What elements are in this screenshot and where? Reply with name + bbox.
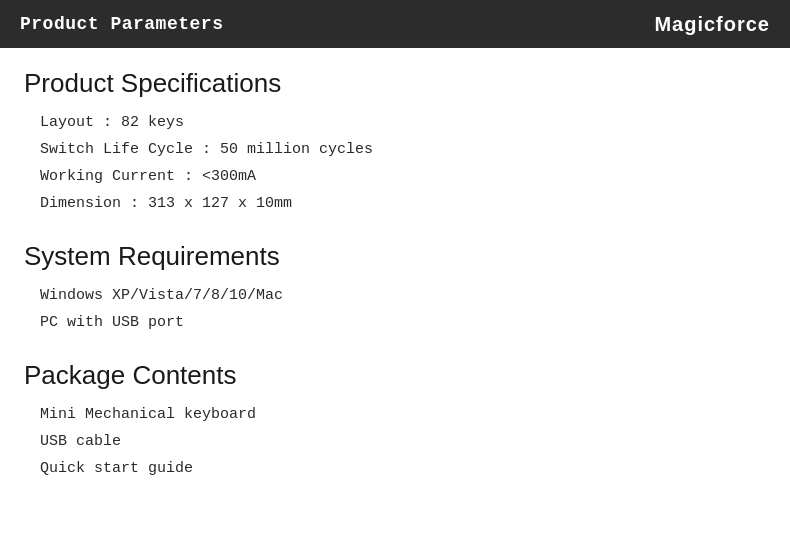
spec-item: Switch Life Cycle : 50 million cycles	[40, 136, 766, 163]
spec-item: USB cable	[40, 428, 766, 455]
spec-list-product-specifications: Layout : 82 keysSwitch Life Cycle : 50 m…	[24, 109, 766, 217]
spec-list-system-requirements: Windows XP/Vista/7/8/10/MacPC with USB p…	[24, 282, 766, 336]
section-title-package-contents: Package Contents	[24, 360, 766, 391]
spec-item: Dimension : 313 x 127 x 10mm	[40, 190, 766, 217]
page-header: Product Parameters Magicforce	[0, 0, 790, 48]
spec-item: Layout : 82 keys	[40, 109, 766, 136]
spec-item: Windows XP/Vista/7/8/10/Mac	[40, 282, 766, 309]
section-title-system-requirements: System Requirements	[24, 241, 766, 272]
main-content: Product SpecificationsLayout : 82 keysSw…	[0, 48, 790, 526]
spec-list-package-contents: Mini Mechanical keyboardUSB cableQuick s…	[24, 401, 766, 482]
spec-item: PC with USB port	[40, 309, 766, 336]
section-system-requirements: System RequirementsWindows XP/Vista/7/8/…	[24, 241, 766, 336]
section-product-specifications: Product SpecificationsLayout : 82 keysSw…	[24, 68, 766, 217]
section-package-contents: Package ContentsMini Mechanical keyboard…	[24, 360, 766, 482]
header-brand: Magicforce	[654, 13, 770, 36]
spec-item: Quick start guide	[40, 455, 766, 482]
spec-item: Mini Mechanical keyboard	[40, 401, 766, 428]
section-title-product-specifications: Product Specifications	[24, 68, 766, 99]
header-title: Product Parameters	[20, 14, 223, 34]
spec-item: Working Current : <300mA	[40, 163, 766, 190]
